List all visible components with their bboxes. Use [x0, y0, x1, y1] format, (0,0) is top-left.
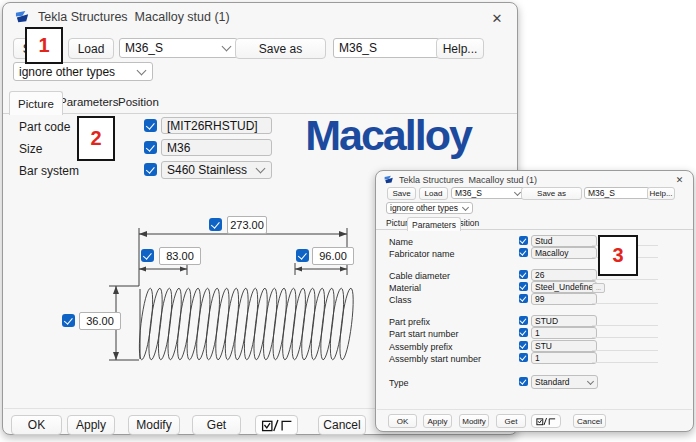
- material-checkbox[interactable]: [519, 282, 528, 291]
- load-button[interactable]: Load: [68, 38, 114, 59]
- cable-diameter-label: Cable diameter: [389, 271, 450, 281]
- chevron-down-icon: [462, 203, 469, 210]
- size-input[interactable]: M36: [161, 139, 272, 156]
- dim-left-input[interactable]: 83.00: [159, 247, 201, 265]
- material-input[interactable]: Steel_Undefined: [531, 281, 597, 293]
- part-prefix-input[interactable]: STUD: [531, 315, 597, 327]
- dim-right-input[interactable]: 96.00: [312, 247, 354, 265]
- size-label: Size: [19, 142, 42, 156]
- type-checkbox[interactable]: [519, 377, 528, 386]
- dim-diameter-checkbox[interactable]: [62, 314, 75, 327]
- bar-system-select[interactable]: S460 Stainless: [161, 161, 272, 179]
- window-macalloy-stud-parameters: Tekla Structures Macalloy stud (1) ✕ Sav…: [375, 170, 694, 432]
- dim-diameter-input[interactable]: 36.00: [79, 312, 121, 330]
- profile-select[interactable]: M36_S: [451, 187, 525, 199]
- cable-diameter-input[interactable]: 26: [531, 269, 597, 281]
- ok-button[interactable]: OK: [11, 415, 62, 435]
- part-start-input[interactable]: 1: [531, 327, 597, 339]
- save-as-button[interactable]: Save as: [521, 187, 582, 200]
- load-button[interactable]: Load: [419, 187, 448, 200]
- modify-button[interactable]: Modify: [459, 414, 489, 428]
- ok-button[interactable]: OK: [388, 414, 417, 428]
- part-code-label: Part code: [19, 120, 70, 134]
- assembly-start-checkbox[interactable]: [519, 353, 528, 362]
- fabricator-label: Fabricator name: [389, 249, 455, 259]
- annotation-step-1: 1: [25, 27, 63, 64]
- cancel-button[interactable]: Cancel: [318, 415, 366, 435]
- chevron-down-icon: [587, 377, 594, 384]
- assembly-prefix-checkbox[interactable]: [519, 341, 528, 350]
- part-start-checkbox[interactable]: [519, 328, 528, 337]
- dim-left-checkbox[interactable]: [141, 249, 154, 262]
- assembly-prefix-input[interactable]: STU: [531, 340, 597, 352]
- filter-select[interactable]: ignore other types: [13, 62, 153, 81]
- class-label: Class: [389, 295, 412, 305]
- annotation-step-2: 2: [77, 116, 115, 161]
- type-label: Type: [389, 378, 409, 388]
- save-as-button[interactable]: Save as: [235, 38, 326, 59]
- part-code-input[interactable]: [MIT26RHSTUD]: [161, 117, 272, 134]
- filter-select[interactable]: ignore other types: [386, 202, 473, 214]
- profile-name-input[interactable]: M36_S: [333, 38, 440, 58]
- cable-diameter-checkbox[interactable]: [519, 270, 528, 279]
- help-button[interactable]: Help...: [436, 38, 484, 59]
- filter-select-value: ignore other types: [19, 65, 115, 79]
- filter-select-value: ignore other types: [390, 203, 458, 213]
- apply-button[interactable]: Apply: [423, 414, 452, 428]
- chevron-down-icon: [137, 65, 147, 75]
- part-code-checkbox[interactable]: [144, 119, 157, 132]
- name-checkbox[interactable]: [519, 236, 528, 245]
- bar-system-checkbox[interactable]: [144, 163, 157, 176]
- tekla-logo-icon: [384, 175, 394, 185]
- window-title: Tekla Structures Macalloy stud (1): [38, 10, 230, 24]
- checked-unchecked-toggle-icon: [536, 417, 556, 426]
- name-input[interactable]: Stud: [531, 235, 597, 247]
- class-input[interactable]: 99: [531, 293, 597, 305]
- chevron-down-icon: [222, 42, 232, 52]
- profile-select[interactable]: M36_S: [119, 38, 238, 58]
- tab-position[interactable]: Position: [110, 91, 167, 113]
- assembly-start-input[interactable]: 1: [531, 352, 597, 364]
- material-browse-button[interactable]: ...: [592, 283, 605, 293]
- bar-system-label: Bar system: [19, 164, 79, 178]
- type-select[interactable]: Standard: [531, 375, 598, 389]
- checked-unchecked-toggle-icon: [261, 419, 293, 432]
- toggle-checkboxes-button[interactable]: [255, 415, 298, 435]
- macalloy-logo: Macalloy: [263, 109, 513, 161]
- close-icon[interactable]: ✕: [674, 174, 685, 185]
- assembly-prefix-label: Assembly prefix: [389, 342, 453, 352]
- type-select-value: Standard: [535, 377, 570, 387]
- fabricator-checkbox[interactable]: [519, 248, 528, 257]
- titlebar[interactable]: Tekla Structures Macalloy stud (1): [3, 3, 517, 31]
- fabricator-input[interactable]: Macalloy: [531, 247, 597, 259]
- get-button[interactable]: Get: [192, 415, 241, 435]
- profile-name-input[interactable]: M36_S: [584, 187, 650, 199]
- assembly-start-label: Assembly start number: [389, 354, 481, 364]
- dim-right-checkbox[interactable]: [296, 249, 309, 262]
- tab-picture[interactable]: Picture: [9, 91, 63, 115]
- name-label: Name: [389, 237, 413, 247]
- dim-overall-input[interactable]: 273.00: [227, 216, 267, 234]
- apply-button[interactable]: Apply: [67, 415, 115, 435]
- chevron-down-icon: [514, 188, 521, 195]
- get-button[interactable]: Get: [496, 414, 526, 428]
- dim-overall-checkbox[interactable]: [209, 218, 222, 231]
- bar-system-value: S460 Stainless: [167, 163, 247, 177]
- save-button[interactable]: Save: [387, 187, 416, 200]
- part-prefix-label: Part prefix: [389, 317, 430, 327]
- help-button[interactable]: Help...: [647, 187, 675, 200]
- modify-button[interactable]: Modify: [128, 415, 180, 435]
- close-icon[interactable]: ✕: [489, 10, 505, 26]
- material-label: Material: [389, 283, 421, 293]
- part-prefix-checkbox[interactable]: [519, 316, 528, 325]
- window-title: Tekla Structures Macalloy stud (1): [399, 175, 537, 185]
- thread-pattern: [137, 288, 356, 361]
- size-checkbox[interactable]: [144, 141, 157, 154]
- class-checkbox[interactable]: [519, 294, 528, 303]
- annotation-step-3: 3: [598, 235, 638, 276]
- chevron-down-icon: [256, 164, 266, 174]
- cancel-button[interactable]: Cancel: [573, 414, 606, 428]
- toggle-checkboxes-button[interactable]: [531, 414, 561, 428]
- part-start-label: Part start number: [389, 329, 459, 339]
- tab-parameters[interactable]: Parameters: [407, 217, 461, 231]
